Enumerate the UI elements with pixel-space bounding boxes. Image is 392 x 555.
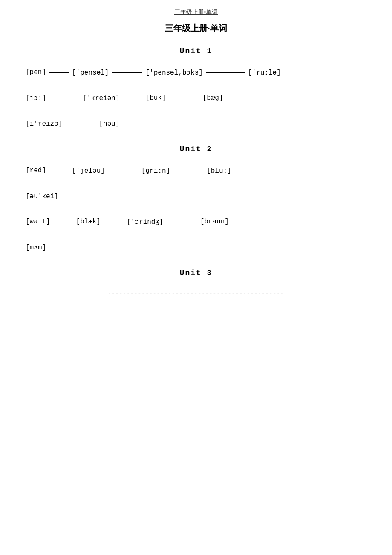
phonetic-pencil: ['pensəl]	[72, 68, 109, 77]
blank-eraser[interactable]	[66, 124, 95, 124]
phonetic-blue: [bluː]	[207, 166, 231, 175]
phonetic-book: [buk]	[146, 94, 166, 102]
blank-green[interactable]	[173, 171, 203, 171]
phonetic-red: [red]	[26, 167, 46, 174]
phonetic-orange: ['ɔrindʒ]	[127, 217, 163, 226]
unit1-row2: [jɔː] ['kreiən] [buk] [bæg]	[17, 94, 375, 102]
phonetic-ruler: ['ruːlə]	[248, 68, 281, 77]
blank-black[interactable]	[104, 222, 123, 222]
unit-2-section: Unit 2 [red] ['jeləu] [griːn] [bluː] [əu…	[17, 145, 375, 251]
unit-2-heading: Unit 2	[17, 145, 375, 153]
blank-orange[interactable]	[167, 222, 197, 222]
unit-1-heading: Unit 1	[17, 47, 375, 55]
phonetic-white: [wait]	[26, 218, 50, 225]
phonetic-green: [griːn]	[141, 166, 170, 175]
unit1-row3: [i'reizə] [nəu]	[17, 119, 375, 128]
blank-book[interactable]	[170, 98, 199, 98]
unit2-row2: [əu'kei]	[17, 192, 375, 200]
phonetic-crayon: ['kreiən]	[83, 94, 119, 102]
unit2-row1: [red] ['jeləu] [griːn] [bluː]	[17, 166, 375, 175]
blank-pencil[interactable]	[112, 72, 142, 73]
unit-3-section: Unit 3 ---------------------------------…	[17, 269, 375, 296]
phonetic-bag: [bæg]	[203, 94, 223, 102]
phonetic-mum: [mʌm]	[26, 243, 46, 251]
unit1-row1: [pen] ['pensəl] ['pensəl,bɔks] ['ruːlə]	[17, 68, 375, 77]
top-divider	[17, 18, 375, 18]
tab-title: 三年级上册•单词	[17, 9, 375, 16]
phonetic-black: [blæk]	[76, 218, 101, 225]
blank-your[interactable]	[49, 98, 79, 98]
phonetic-yellow: ['jeləu]	[72, 166, 105, 175]
unit-3-heading: Unit 3	[17, 269, 375, 277]
phonetic-pen: [pen]	[26, 69, 46, 76]
phonetic-pencilbox: ['pensəl,bɔks]	[145, 68, 202, 77]
unit3-divider: ----------------------------------------…	[17, 290, 375, 296]
blank-white[interactable]	[54, 222, 73, 222]
phonetic-brown: [braun]	[200, 218, 229, 225]
page-container: 三年级上册•单词 三年级上册·单词 Unit 1 [pen] ['pensəl]…	[0, 0, 392, 555]
blank-pen[interactable]	[49, 72, 69, 73]
blank-yellow[interactable]	[108, 171, 138, 171]
phonetic-okay: [əu'kei]	[26, 192, 58, 200]
unit2-row3: [wait] [blæk] ['ɔrindʒ] [braun]	[17, 217, 375, 226]
blank-red[interactable]	[49, 171, 69, 171]
phonetic-no: [nəu]	[99, 119, 119, 128]
page-title: 三年级上册·单词	[17, 23, 375, 34]
unit2-row4: [mʌm]	[17, 243, 375, 251]
phonetic-your: [jɔː]	[26, 94, 46, 102]
phonetic-eraser: [i'reizə]	[26, 119, 62, 128]
unit-1-section: Unit 1 [pen] ['pensəl] ['pensəl,bɔks] ['…	[17, 47, 375, 128]
blank-crayon[interactable]	[123, 98, 142, 98]
blank-pencilbox[interactable]	[206, 72, 245, 73]
